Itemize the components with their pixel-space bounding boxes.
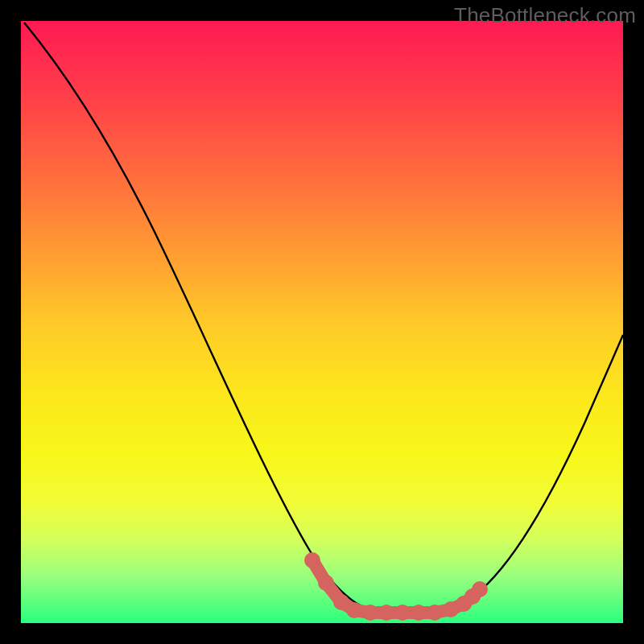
chart-plot-area <box>21 21 623 623</box>
optimal-marker-dot <box>318 575 334 591</box>
optimal-marker-dot <box>346 602 362 618</box>
optimal-marker-dot <box>411 605 427 621</box>
watermark-text: TheBottleneck.com <box>454 3 636 28</box>
optimal-range-markers <box>21 21 623 623</box>
optimal-marker-dot <box>427 605 443 621</box>
optimal-marker-dot <box>362 605 378 621</box>
optimal-marker-dot <box>472 581 488 597</box>
optimal-marker-dot <box>378 605 394 621</box>
optimal-marker-dot <box>394 605 411 621</box>
optimal-marker-dot <box>304 552 320 568</box>
